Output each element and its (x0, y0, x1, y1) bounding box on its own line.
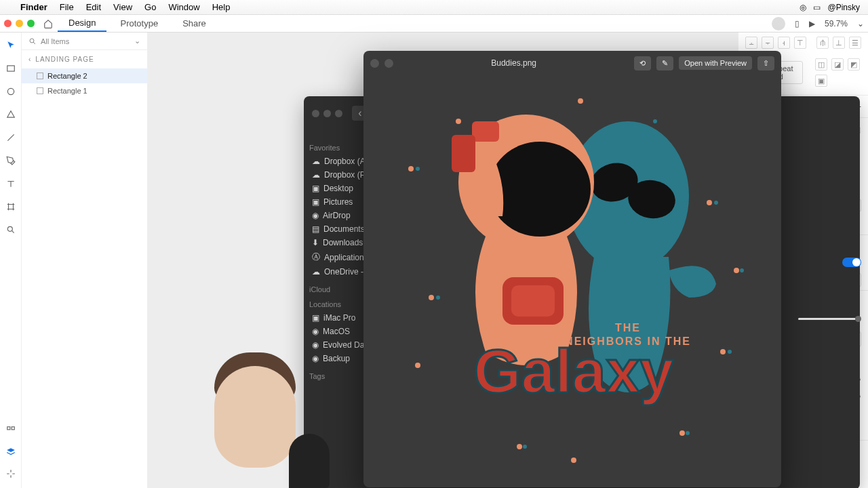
quicklook-image: Galaxy THE NEIGHBORS IN THE (370, 81, 774, 481)
menu-file[interactable]: File (60, 2, 74, 12)
svg-text:THE: THE (615, 322, 641, 333)
svg-point-24 (517, 444, 522, 449)
rectangle-icon (37, 87, 43, 94)
svg-rect-6 (12, 427, 14, 430)
menubar-cc-icon[interactable]: ◎ (800, 3, 806, 12)
boolean-exclude-icon[interactable]: ▣ (815, 75, 827, 87)
xd-toolbar: Design Prototype Share ▯ ▶ 59.7% ⌄ (0, 15, 868, 33)
layer-row[interactable]: Rectangle 1 (22, 83, 147, 98)
window-controls[interactable] (4, 20, 35, 27)
boolean-intersect-icon[interactable]: ◩ (848, 58, 860, 70)
svg-text:NEIGHBORS IN THE: NEIGHBORS IN THE (565, 336, 691, 347)
svg-point-1 (7, 88, 14, 94)
text-tool[interactable] (5, 178, 17, 190)
webcam-overlay (187, 346, 330, 488)
markup-button[interactable]: ✎ (656, 56, 673, 70)
play-icon[interactable]: ▶ (809, 19, 815, 28)
open-with-button[interactable]: Open with Preview (679, 56, 752, 70)
layer-row[interactable]: Rectangle 2 (22, 68, 147, 83)
menu-edit[interactable]: Edit (86, 2, 101, 12)
quicklook-toolbar: Buddies.png ⟲ ✎ Open with Preview ⇧ (363, 51, 781, 75)
rectangle-icon (37, 73, 43, 79)
svg-point-26 (679, 430, 685, 436)
layers-search[interactable]: All Items ⌄ (22, 33, 147, 50)
polygon-tool[interactable] (5, 108, 17, 121)
canvas[interactable]: ‹ › Favorites ☁ Dropbox (A ☁ Dropbox (P … (148, 33, 738, 488)
chevron-down-icon[interactable]: ⌄ (134, 37, 140, 45)
menubar-battery-icon[interactable]: ▭ (813, 3, 821, 12)
assets-panel-icon[interactable] (5, 424, 17, 436)
close-icon[interactable] (370, 59, 379, 68)
svg-point-16 (728, 350, 732, 354)
svg-line-4 (12, 230, 14, 233)
svg-line-8 (33, 42, 35, 44)
align-top-icon[interactable]: ⊤ (794, 37, 806, 49)
tab-prototype[interactable]: Prototype (109, 16, 169, 31)
minimize-icon[interactable] (16, 20, 23, 27)
rotate-button[interactable]: ⟲ (634, 56, 651, 70)
menu-view[interactable]: View (113, 2, 132, 12)
device-preview-icon[interactable]: ▯ (795, 19, 800, 28)
share-button[interactable]: ⇧ (757, 56, 774, 70)
svg-point-27 (686, 431, 690, 435)
zoom-level[interactable]: 59.7% (825, 19, 848, 28)
chevron-left-icon[interactable]: ‹ (28, 56, 31, 63)
zoom-tool[interactable] (5, 224, 17, 236)
layers-search-placeholder: All Items (41, 37, 69, 45)
svg-point-12 (436, 296, 440, 300)
svg-line-2 (7, 134, 14, 140)
minimize-icon[interactable] (323, 110, 331, 117)
align-bottom-icon[interactable]: ⊥ (833, 37, 845, 49)
artboard-tool[interactable] (5, 201, 17, 213)
ellipse-tool[interactable] (5, 85, 17, 98)
svg-point-11 (429, 295, 434, 300)
rectangle-tool[interactable] (5, 62, 17, 75)
svg-point-32 (489, 142, 591, 237)
svg-point-18 (456, 119, 461, 124)
tab-design[interactable]: Design (58, 15, 106, 32)
align-hcenter-icon[interactable]: ⫟ (762, 37, 774, 49)
menu-help[interactable]: Help (212, 2, 231, 12)
artwork: Galaxy THE NEIGHBORS IN THE (370, 81, 774, 481)
zoom-chevron-icon[interactable]: ⌄ (857, 19, 864, 28)
breadcrumb[interactable]: ‹ LANDING PAGE (22, 50, 147, 68)
avatar[interactable] (772, 17, 785, 30)
align-right-icon[interactable]: ⫞ (778, 37, 790, 49)
svg-text:Galaxy: Galaxy (473, 338, 673, 405)
align-left-icon[interactable]: ⫠ (745, 37, 757, 49)
fullscreen-icon[interactable] (384, 59, 393, 68)
svg-point-10 (416, 167, 420, 171)
tab-share[interactable]: Share (172, 16, 217, 31)
tool-rail (0, 33, 22, 488)
home-icon[interactable] (41, 17, 55, 30)
layers-panel-icon[interactable] (5, 446, 17, 458)
menu-go[interactable]: Go (144, 2, 156, 12)
select-tool[interactable] (5, 39, 17, 52)
pen-tool[interactable] (5, 155, 17, 167)
close-icon[interactable] (312, 110, 319, 117)
menubar-app[interactable]: Finder (20, 2, 47, 12)
line-tool[interactable] (5, 131, 17, 144)
svg-point-25 (523, 445, 527, 449)
svg-rect-36 (452, 135, 475, 172)
responsive-toggle[interactable] (842, 258, 861, 267)
svg-point-14 (714, 201, 718, 205)
maximize-icon[interactable] (27, 20, 35, 27)
maximize-icon[interactable] (335, 110, 342, 117)
close-icon[interactable] (4, 20, 12, 27)
menubar-user[interactable]: @Pinsky (827, 3, 860, 12)
macos-menubar: Finder File Edit View Go Window Help ◎ ▭… (0, 0, 868, 15)
boolean-subtract-icon[interactable]: ◪ (831, 58, 844, 70)
svg-point-23 (571, 458, 576, 463)
plugins-panel-icon[interactable] (5, 468, 17, 480)
menu-window[interactable]: Window (168, 2, 199, 12)
boolean-add-icon[interactable]: ◫ (815, 58, 827, 70)
search-icon (28, 37, 37, 45)
svg-point-13 (707, 200, 712, 205)
quicklook-window[interactable]: Buddies.png ⟲ ✎ Open with Preview ⇧ (363, 51, 781, 487)
svg-point-19 (653, 119, 657, 123)
svg-point-15 (720, 349, 726, 354)
align-vcenter-icon[interactable]: ⫛ (816, 37, 829, 49)
svg-point-17 (578, 98, 583, 104)
distribute-icon[interactable]: ☰ (849, 37, 861, 49)
